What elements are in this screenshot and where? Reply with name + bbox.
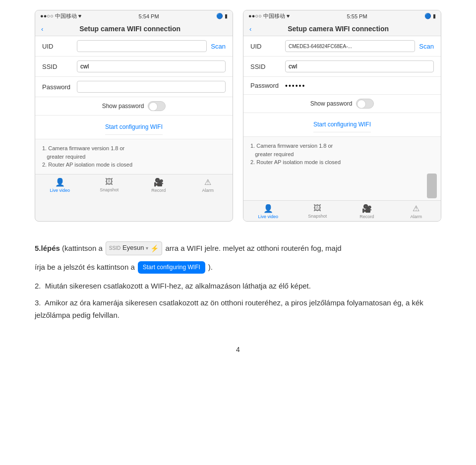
page-number: 4 — [20, 336, 456, 358]
step-3-text: Amikor az óra kamerája sikeresen csatlak… — [35, 298, 423, 320]
left-notes: 1. Camera firmware version 1.8 or greate… — [35, 139, 233, 174]
left-tab-snapshot[interactable]: 🖼 Snapshot — [85, 174, 134, 195]
left-note-1: 1. Camera firmware version 1.8 or — [42, 144, 226, 153]
right-tab-snapshot-label: Snapshot — [308, 214, 327, 219]
snapshot-icon: 🖼 — [105, 177, 113, 186]
dropdown-arrow-icon: ▾ — [146, 244, 148, 252]
left-status-bar: ●●○○ 中国移动 ♥ 5:54 PM 🔵 ▮ — [35, 10, 233, 22]
left-show-password-label: Show password — [102, 103, 144, 110]
right-notes: 1. Camera firmware version 1.8 or greate… — [243, 137, 441, 172]
left-scan-button[interactable]: Scan — [211, 43, 226, 50]
right-battery: 🔵 ▮ — [424, 13, 436, 19]
right-time: 5:55 PM — [347, 13, 367, 19]
left-tab-bar: 👤 Live video 🖼 Snapshot 🎥 Record ⚠ Alarm — [35, 174, 233, 195]
right-scan-button[interactable]: Scan — [419, 43, 434, 50]
left-password-label: Password — [42, 83, 77, 91]
right-password-row: Password •••••• — [243, 77, 441, 95]
left-configure-button[interactable]: Start configuring WIFI — [105, 119, 163, 135]
right-tab-record-label: Record — [359, 214, 374, 219]
right-tab-alarm[interactable]: ⚠ Alarm — [392, 201, 441, 221]
step-5: 5.lépés (kattintson a SSID Eyesun ▾ ⚡ ar… — [35, 241, 441, 255]
step-5-line2: írja be a jelszót és kattintson a Start … — [35, 261, 441, 274]
left-uid-input[interactable] — [77, 40, 207, 52]
start-configuring-badge[interactable]: Start configuring WIFI — [138, 261, 205, 274]
right-form-content: UID Scan SSID Password •••••• Show passw… — [243, 36, 441, 200]
left-nav-bar: ‹ Setup camera WIFI connection — [35, 22, 233, 36]
right-record-icon: 🎥 — [362, 204, 372, 213]
left-tab-record-label: Record — [151, 188, 166, 193]
left-note-1b: greater required — [42, 153, 226, 161]
right-configure-row[interactable]: Start configuring WIFI — [243, 113, 441, 137]
right-show-password-row: Show password — [243, 95, 441, 113]
right-snapshot-icon: 🖼 — [313, 204, 321, 213]
left-toggle-switch[interactable] — [148, 101, 166, 111]
left-battery: 🔵 ▮ — [216, 13, 228, 19]
right-uid-label: UID — [250, 43, 285, 50]
right-status-bar: ●●○○ 中国移动 ♥ 5:55 PM 🔵 ▮ — [243, 10, 441, 22]
left-tab-live-video[interactable]: 👤 Live video — [35, 174, 85, 195]
left-show-password-row: Show password — [35, 97, 233, 116]
right-screenshot: ●●○○ 中国移动 ♥ 5:55 PM 🔵 ▮ ‹ Setup camera W… — [243, 10, 441, 222]
left-password-input[interactable] — [77, 81, 226, 93]
right-uid-input[interactable] — [285, 40, 415, 52]
right-nav-bar: ‹ Setup camera WIFI connection — [243, 22, 441, 36]
right-password-label: Password — [250, 82, 285, 89]
left-ssid-input[interactable] — [77, 60, 226, 72]
left-uid-label: UID — [42, 43, 77, 50]
right-scrollbar[interactable] — [427, 174, 437, 198]
screenshots-row: ●●○○ 中国移动 ♥ 5:54 PM 🔵 ▮ ‹ Setup camera W… — [20, 10, 456, 222]
right-password-dots: •••••• — [285, 82, 305, 90]
step-5-text4: ). — [208, 261, 213, 273]
right-note-1b: greater required — [250, 150, 434, 159]
right-note-1: 1. Camera firmware version 1.8 or — [250, 142, 434, 150]
right-show-password-label: Show password — [310, 100, 353, 107]
left-configure-row[interactable]: Start configuring WIFI — [35, 116, 233, 139]
right-ssid-input[interactable] — [285, 60, 434, 72]
record-icon: 🎥 — [154, 177, 164, 187]
step-5-text2: arra a WIFI jelre. melyet az otthoni rou… — [165, 242, 341, 254]
left-time: 5:54 PM — [139, 13, 159, 19]
right-nav-title: Setup camera WIFI connection — [251, 25, 425, 33]
step-2-number: 2. — [35, 282, 41, 290]
right-tab-live-video[interactable]: 👤 Live video — [243, 201, 293, 221]
left-tab-record[interactable]: 🎥 Record — [134, 174, 183, 195]
right-configure-button[interactable]: Start configuring WIFI — [313, 117, 371, 132]
step-3: 3. Amikor az óra kamerája sikeresen csat… — [35, 296, 441, 322]
right-tab-bar: 👤 Live video 🖼 Snapshot 🎥 Record ⚠ Alarm — [243, 200, 441, 221]
step-5-text3: írja be a jelszót és kattintson a — [35, 261, 135, 273]
right-tab-alarm-label: Alarm — [410, 214, 422, 219]
right-tab-record[interactable]: 🎥 Record — [342, 201, 392, 221]
step-2: 2. Miután sikeresen csatlakozott a WIFI-… — [35, 280, 441, 292]
left-tab-alarm[interactable]: ⚠ Alarm — [183, 174, 233, 195]
step-3-number: 3. — [35, 298, 41, 307]
right-tab-snapshot[interactable]: 🖼 Snapshot — [293, 201, 343, 221]
right-live-video-icon: 👤 — [263, 204, 273, 213]
right-uid-row: UID Scan — [243, 36, 441, 57]
left-uid-row: UID Scan — [35, 36, 233, 57]
right-alarm-icon: ⚠ — [413, 204, 419, 213]
instructions-section: 5.lépés (kattintson a SSID Eyesun ▾ ⚡ ar… — [20, 236, 456, 336]
ssid-dropdown-badge[interactable]: SSID Eyesun ▾ ⚡ — [106, 241, 163, 255]
live-video-icon: 👤 — [55, 177, 65, 187]
left-tab-alarm-label: Alarm — [202, 188, 214, 193]
step-5-number: 5.lépés (kattintson a — [35, 242, 103, 254]
right-note-2: 2. Router AP isolation mode is closed — [250, 158, 434, 167]
left-tab-snapshot-label: Snapshot — [100, 187, 119, 192]
right-scroll-indicator — [243, 172, 441, 200]
alarm-icon: ⚠ — [204, 177, 211, 187]
ssid-badge-value: Eyesun — [122, 243, 144, 253]
left-screenshot: ●●○○ 中国移动 ♥ 5:54 PM 🔵 ▮ ‹ Setup camera W… — [35, 10, 233, 222]
left-tab-live-label: Live video — [50, 188, 70, 193]
left-form-content: UID Scan SSID Password Show password — [35, 36, 233, 174]
left-note-2: 2. Router AP isolation mode is closed — [42, 161, 226, 169]
step-2-text: Miután sikeresen csatlakozott a WIFI-hez… — [45, 282, 311, 290]
left-password-row: Password — [35, 77, 233, 97]
right-ssid-row: SSID — [243, 57, 441, 77]
left-nav-title: Setup camera WIFI connection — [43, 25, 217, 33]
left-ssid-row: SSID — [35, 57, 233, 77]
left-carrier: ●●○○ 中国移动 ♥ — [40, 12, 81, 20]
page-container: ●●○○ 中国移动 ♥ 5:54 PM 🔵 ▮ ‹ Setup camera W… — [0, 0, 476, 465]
ssid-badge-label: SSID — [109, 244, 120, 252]
lightning-icon: ⚡ — [150, 243, 159, 254]
right-toggle-switch[interactable] — [356, 99, 374, 109]
